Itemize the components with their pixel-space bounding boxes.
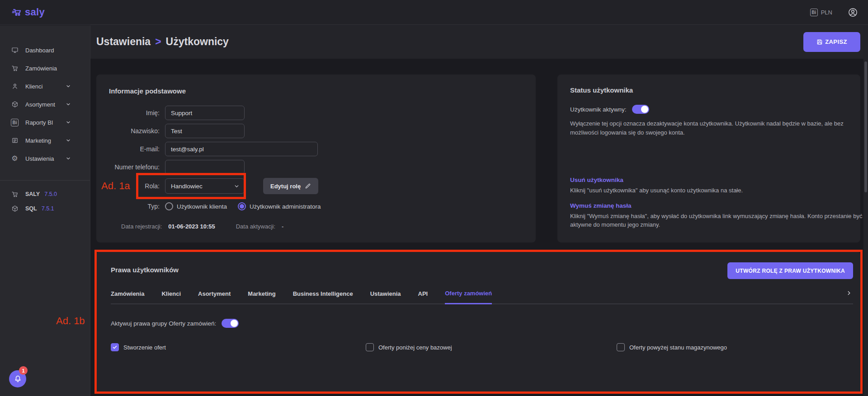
last-name-input[interactable] <box>165 124 245 138</box>
edit-role-label: Edytuj rolę <box>270 183 301 190</box>
chevron-down-icon <box>66 138 71 143</box>
permissions-title: Prawa użytkowników <box>111 262 179 274</box>
checkbox-label: Oferty powyżej stanu magazynowego <box>629 344 727 351</box>
tab-ustawienia[interactable]: Ustawienia <box>370 290 401 303</box>
last-name-label: Nazwisko: <box>109 127 160 135</box>
sidebar-item-label: Asortyment <box>25 101 66 108</box>
version-number: 7.5.1 <box>42 205 54 212</box>
sidebar-item-marketing[interactable]: Marketing <box>0 131 90 149</box>
create-role-button[interactable]: UTWÓRZ ROLĘ Z PRAW UŻYTKOWNIKA <box>727 262 853 279</box>
chevron-down-icon <box>66 156 71 161</box>
version-label: SALY <box>25 191 40 197</box>
cart-icon <box>11 65 19 72</box>
breadcrumb-separator: > <box>155 36 161 48</box>
edit-role-button[interactable]: Edytuj rolę <box>263 178 318 194</box>
sidebar: Dashboard Zamówienia Klienci Asortyment <box>0 25 90 396</box>
basic-info-title: Informacje podstawowe <box>109 87 523 95</box>
user-circle-icon <box>848 7 858 18</box>
news-icon <box>11 137 19 144</box>
checkbox-oferty-ponizej-ceny[interactable]: Oferty poniżej ceny bazowej <box>366 343 617 351</box>
version-saly: SALY 7.5.0 <box>0 187 90 201</box>
sidebar-item-klienci[interactable]: Klienci <box>0 77 90 95</box>
active-description: Wyłączenie tej opcji oznacza dezaktywacj… <box>570 119 847 137</box>
tab-marketing[interactable]: Marketing <box>248 290 275 303</box>
app-logo[interactable]: saly <box>11 6 45 18</box>
tab-zamowienia[interactable]: Zamówienia <box>111 290 144 303</box>
group-toggle[interactable] <box>222 319 239 328</box>
registration-date-value: 01-06-2023 10:55 <box>168 223 215 230</box>
group-toggle-label: Aktywuj prawa grupy Oferty zamówień: <box>111 320 216 327</box>
dates-row: Data rejestracji: 01-06-2023 10:55 Data … <box>109 223 523 230</box>
registration-date-label: Data rejestracji: <box>121 223 162 230</box>
save-button[interactable]: ZAPISZ <box>803 32 860 52</box>
breadcrumb-parent[interactable]: Ustawienia <box>96 36 151 48</box>
delete-user-link[interactable]: Usuń użytkownika <box>570 177 623 183</box>
chevron-down-icon <box>234 183 240 189</box>
account-menu-button[interactable] <box>848 7 858 18</box>
bi-icon: Bi <box>11 119 19 126</box>
box-icon <box>11 205 19 212</box>
sidebar-item-raporty-bi[interactable]: Bi Raporty BI <box>0 113 90 131</box>
monitor-icon <box>11 47 19 54</box>
currency-selector[interactable]: Bi PLN <box>810 9 832 16</box>
currency-label: PLN <box>821 9 832 16</box>
version-label: SQL <box>25 205 37 212</box>
email-input[interactable] <box>165 142 318 156</box>
active-toggle-label: Użytkownik aktywny: <box>570 106 627 113</box>
radio-label: Użytkownik klienta <box>177 203 227 210</box>
basic-info-card: Informacje podstawowe Imię: Nazwisko: E-… <box>96 75 536 242</box>
activation-date-label: Data aktywacji: <box>236 223 275 230</box>
force-password-link[interactable]: Wymuś zmianę hasła <box>570 202 632 209</box>
sidebar-item-dashboard[interactable]: Dashboard <box>0 41 90 59</box>
radio-uzytkownik-klienta[interactable]: Użytkownik klienta <box>165 202 227 210</box>
phone-input[interactable] <box>165 160 245 174</box>
cart-logo-icon <box>11 7 22 18</box>
sidebar-item-ustawienia[interactable]: ⚙ Ustawienia <box>0 149 90 168</box>
scrollbar-thumb[interactable] <box>864 61 867 192</box>
floppy-icon <box>816 39 823 45</box>
scrollbar[interactable] <box>863 25 868 396</box>
phone-label: Numer telefonu: <box>109 163 160 171</box>
tab-api[interactable]: API <box>418 290 428 303</box>
email-label: E-mail: <box>109 145 160 153</box>
save-button-label: ZAPISZ <box>825 38 847 45</box>
tab-oferty-zamowien[interactable]: Oferty zamówień <box>445 290 492 304</box>
sidebar-item-label: Marketing <box>25 137 66 144</box>
radio-unchecked-icon <box>165 202 173 210</box>
tab-klienci[interactable]: Klienci <box>161 290 181 303</box>
user-permissions-card: Prawa użytkowników UTWÓRZ ROLĘ Z PRAW UŻ… <box>96 252 860 393</box>
breadcrumb: Ustawienia > Użytkownicy <box>96 36 229 48</box>
page-header: Ustawienia > Użytkownicy ZAPISZ <box>90 25 868 59</box>
user-status-card: Status użytkownika Użytkownik aktywny: W… <box>557 75 860 242</box>
sidebar-item-zamowienia[interactable]: Zamówienia <box>0 59 90 77</box>
tabs-scroll-right-button[interactable] <box>846 290 852 296</box>
permissions-tabs: Zamówienia Klienci Asortyment Marketing … <box>111 290 853 304</box>
first-name-input[interactable] <box>165 106 245 120</box>
version-info: SALY 7.5.0 SQL 7.5.1 <box>0 181 90 216</box>
tab-asortyment[interactable]: Asortyment <box>198 290 231 303</box>
first-name-label: Imię: <box>109 109 160 116</box>
radio-checked-icon <box>238 202 246 210</box>
type-label: Typ: <box>109 203 160 210</box>
checkbox-oferty-powyzej-stanu[interactable]: Oferty powyżej stanu magazynowego <box>617 343 727 351</box>
checkbox-checked-icon <box>111 343 119 351</box>
sidebar-item-label: Zamówienia <box>25 65 83 72</box>
cart-icon <box>11 191 19 198</box>
role-select-value: Handlowiec <box>171 183 203 190</box>
pencil-icon <box>305 183 311 189</box>
force-password-description: Kliknij "Wymuś zmianę hasła", aby wysłać… <box>570 212 863 229</box>
version-sql: SQL 7.5.1 <box>0 201 90 216</box>
tab-business-intelligence[interactable]: Business Intelligence <box>293 290 353 303</box>
bell-icon <box>14 375 22 383</box>
activation-date-value: - <box>282 223 283 230</box>
chevron-down-icon <box>66 120 71 125</box>
active-toggle[interactable] <box>632 105 649 114</box>
radio-label: Użytkownik administratora <box>250 203 321 210</box>
checkbox-stworzenie-ofert[interactable]: Stworzenie ofert <box>111 343 366 351</box>
role-select[interactable]: Handlowiec <box>165 178 245 194</box>
topbar: saly Bi PLN <box>0 0 868 25</box>
checkbox-unchecked-icon <box>617 343 625 351</box>
radio-uzytkownik-administratora[interactable]: Użytkownik administratora <box>238 202 321 210</box>
checkbox-unchecked-icon <box>366 343 374 351</box>
sidebar-item-asortyment[interactable]: Asortyment <box>0 95 90 113</box>
